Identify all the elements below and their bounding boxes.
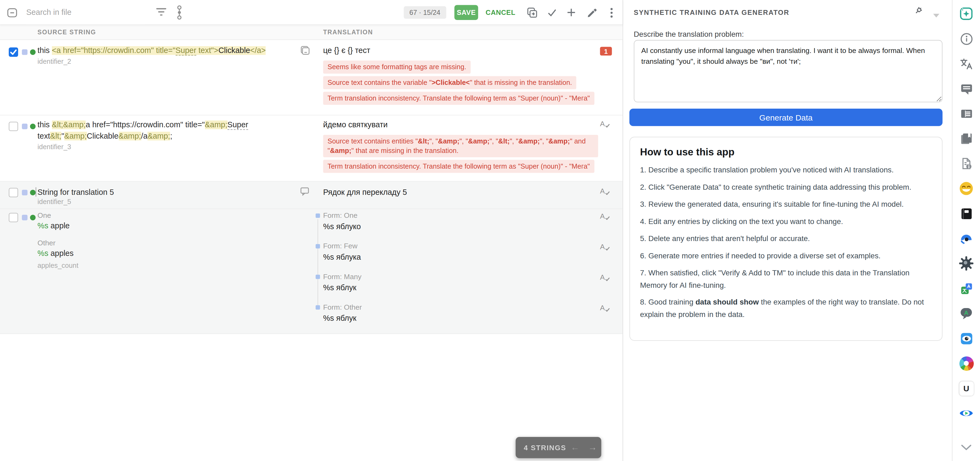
chevron-down-icon[interactable]: [959, 440, 974, 455]
prev-page-icon[interactable]: ←: [571, 442, 579, 452]
translation-text[interactable]: Рядок для перекладу 5: [323, 187, 598, 198]
translation-text[interactable]: %s яблука: [323, 253, 361, 261]
howto-step: 2. Click "Generate Data" to create synth…: [640, 181, 932, 193]
comments-icon[interactable]: [959, 81, 974, 96]
apps-rail: A U: [952, 0, 980, 461]
form-label: Form: Many: [323, 272, 361, 280]
filter-icon[interactable]: [156, 8, 166, 17]
spellcheck-icon[interactable]: A: [600, 274, 610, 282]
search-input[interactable]: [26, 0, 145, 24]
info-icon[interactable]: [959, 31, 974, 46]
source-string[interactable]: this <a href="https://crowdin.com" title…: [38, 45, 289, 56]
generate-data-button[interactable]: Generate Data: [629, 109, 942, 126]
qa-errors: Seems like some formatting tags are miss…: [323, 58, 598, 105]
table-header: SOURCE STRING TRANSLATION: [0, 25, 622, 40]
cancel-button[interactable]: CANCEL: [486, 5, 515, 20]
translation-editor: 67 · 15/24 SAVE CANCEL SOURCE STRING TRA…: [0, 0, 622, 461]
translation-text[interactable]: %s яблуко: [323, 222, 361, 231]
howto-step: 4. Edit any entries by clicking on the t…: [640, 215, 932, 228]
translation-text[interactable]: йдемо святкувати: [323, 119, 598, 130]
table-row[interactable]: this &lt;&amp;a href="https://crowdin.co…: [0, 116, 622, 182]
forms-connector-line: [317, 219, 318, 308]
helmet-icon[interactable]: [959, 231, 974, 246]
translated-dot-icon: [30, 124, 36, 129]
howto-step: 8. Good training data should show the ex…: [640, 296, 932, 321]
qa-issues-badge[interactable]: 1: [600, 47, 612, 55]
pin-icon[interactable]: [913, 6, 924, 19]
spellcheck-icon[interactable]: A: [600, 187, 610, 196]
qa-error-message: Term translation inconsistency. Translat…: [323, 160, 594, 173]
form-marker-icon: [316, 214, 320, 218]
emoji-icon[interactable]: [959, 181, 974, 196]
spellcheck-icon[interactable]: A: [600, 120, 610, 128]
gear-icon[interactable]: [959, 256, 974, 271]
problem-textarea[interactable]: AI constantly use informal language when…: [634, 40, 942, 102]
plural-form-label: One: [38, 212, 51, 219]
chevron-down-icon[interactable]: [933, 10, 939, 21]
next-page-icon[interactable]: →: [588, 442, 597, 452]
strings-pager: 4 STRINGS ← →: [516, 437, 601, 458]
translation-text[interactable]: %s яблук: [323, 314, 356, 323]
problem-label: Describe the translation problem:: [634, 30, 744, 39]
table-row[interactable]: One %s apple Other %s apples apples_coun…: [0, 209, 622, 334]
color-wheel-icon[interactable]: [959, 356, 974, 371]
qa-errors: Source text contains entities "&lt;", "&…: [323, 132, 598, 173]
table-row[interactable]: this <a href="https://crowdin.com" title…: [0, 40, 622, 116]
row-checkbox[interactable]: [9, 122, 18, 131]
approve-check-icon[interactable]: [546, 6, 558, 19]
edit-pencil-icon[interactable]: [585, 6, 597, 19]
qa-error-message: Term translation inconsistency. Translat…: [323, 92, 594, 105]
translate-icon[interactable]: [959, 56, 974, 71]
translation-text[interactable]: %s яблук: [323, 284, 356, 292]
preview-icon[interactable]: [959, 406, 974, 421]
qa-error-message: Seems like some formatting tags are miss…: [323, 60, 471, 74]
duplicate-icon[interactable]: [300, 46, 310, 58]
u-app-icon[interactable]: U: [959, 381, 974, 396]
status-square-icon: [22, 215, 28, 220]
translation-text[interactable]: це {} є {} тест: [323, 45, 598, 56]
file-info-icon[interactable]: [959, 156, 974, 171]
glossary-icon[interactable]: [959, 131, 974, 146]
howto-step: 7. When satisfied, click "Verify & Add t…: [640, 267, 932, 291]
machine-translation-icon[interactable]: [959, 281, 974, 296]
row-checkbox[interactable]: [9, 213, 18, 222]
comment-icon[interactable]: [300, 187, 310, 199]
row-checkbox-checked[interactable]: [9, 48, 18, 57]
qa-error-message: Source text contains the variable ">Clic…: [323, 76, 576, 89]
howto-step: 5. Delete any entries that aren't helpfu…: [640, 233, 932, 245]
source-string[interactable]: %s apple: [38, 222, 70, 230]
context-icon[interactable]: [959, 106, 974, 121]
plural-form-label: Other: [38, 239, 56, 247]
spellcheck-icon[interactable]: A: [600, 212, 610, 221]
spellcheck-icon[interactable]: A: [600, 304, 610, 313]
source-string[interactable]: %s apples: [38, 249, 73, 258]
howto-step: 3. Review the generated data, ensuring i…: [640, 199, 932, 211]
spellcheck-icon[interactable]: A: [600, 243, 610, 252]
source-string[interactable]: this &lt;&amp;a href="https://crowdin.co…: [38, 119, 289, 142]
ai-generator-icon[interactable]: [959, 6, 974, 21]
form-marker-icon: [316, 244, 320, 248]
form-label: Form: Other: [323, 303, 362, 311]
form-label: Form: One: [323, 212, 358, 219]
table-row[interactable]: String for translation 5 identifier_5 Ря…: [0, 182, 622, 209]
source-string[interactable]: String for translation 5: [38, 187, 289, 198]
concordance-icon[interactable]: [176, 5, 182, 22]
more-menu-icon[interactable]: [605, 6, 617, 19]
status-square-icon: [22, 124, 28, 129]
chat-a-icon[interactable]: A: [959, 306, 974, 321]
howto-card: How to use this app 1. Describe a specif…: [629, 137, 942, 341]
add-string-icon[interactable]: [565, 6, 578, 19]
howto-step: 1. Describe a specific translation probl…: [640, 164, 932, 176]
eye-app-icon[interactable]: [959, 331, 974, 345]
collapse-sidebar-icon[interactable]: [7, 8, 18, 18]
form-label: Form: Few: [323, 242, 358, 250]
copy-source-icon[interactable]: [526, 6, 538, 19]
row-checkbox[interactable]: [9, 188, 18, 197]
save-button[interactable]: SAVE: [454, 5, 478, 20]
form-marker-icon: [316, 274, 320, 279]
translated-dot-icon: [30, 49, 36, 55]
synthetic-data-panel: SYNTHETIC TRAINING DATA GENERATOR Descri…: [622, 0, 952, 461]
notebook-icon[interactable]: [959, 206, 974, 221]
status-square-icon: [22, 49, 28, 55]
string-list: this <a href="https://crowdin.com" title…: [0, 40, 622, 334]
